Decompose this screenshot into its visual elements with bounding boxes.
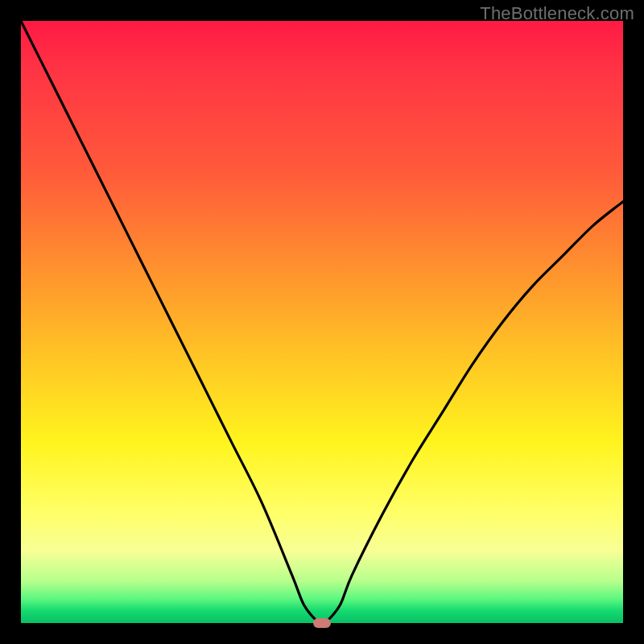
chart-frame: TheBottleneck.com xyxy=(0,0,644,644)
bottleneck-curve xyxy=(21,21,623,623)
chart-plot-area xyxy=(21,21,623,623)
watermark-text: TheBottleneck.com xyxy=(480,3,634,24)
optimum-marker xyxy=(313,618,331,628)
